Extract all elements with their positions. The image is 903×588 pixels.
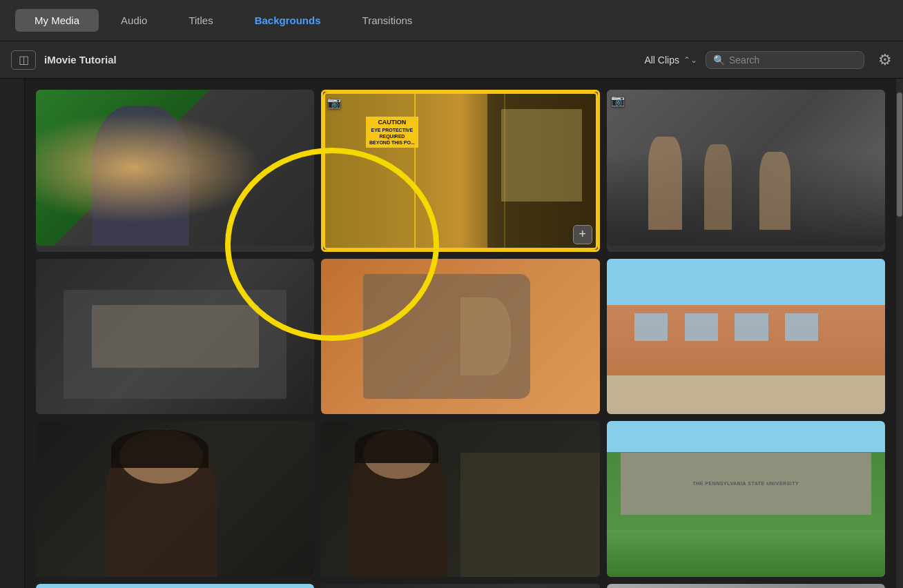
search-box: 🔍: [706, 51, 864, 69]
all-clips-button[interactable]: All Clips ⌃⌄: [644, 55, 697, 66]
media-item-caution-door[interactable]: CAUTION EYE PROTECTIVE REQUIRED BEYOND T…: [321, 90, 599, 252]
media-item-penn-state[interactable]: THE PENNSYLVANIA STATE UNIVERSITY: [607, 421, 885, 577]
tab-backgrounds[interactable]: Backgrounds: [235, 9, 340, 32]
all-clips-label: All Clips: [644, 55, 679, 66]
search-icon: 🔍: [713, 55, 725, 66]
media-grid: CAUTION EYE PROTECTIVE REQUIRED BEYOND T…: [36, 90, 885, 588]
tab-audio[interactable]: Audio: [101, 9, 166, 32]
media-item-bottom2[interactable]: [607, 584, 885, 588]
add-to-timeline-button[interactable]: +: [573, 225, 592, 244]
media-item-metalwork-top[interactable]: [36, 259, 314, 415]
media-grid-area: CAUTION EYE PROTECTIVE REQUIRED BEYOND T…: [25, 79, 896, 588]
main-area: CAUTION EYE PROTECTIVE REQUIRED BEYOND T…: [0, 79, 903, 588]
camera-icon: 📷: [611, 94, 625, 107]
tab-titles[interactable]: Titles: [169, 9, 232, 32]
media-item-green-screen[interactable]: [36, 90, 314, 252]
scrollbar[interactable]: [896, 79, 903, 588]
media-item-woman-factory[interactable]: [321, 421, 599, 577]
media-item-workers[interactable]: 📷: [607, 90, 885, 252]
sidebar-toggle-icon: ◫: [19, 53, 29, 66]
scrollbar-thumb[interactable]: [897, 92, 902, 217]
chevron-icon: ⌃⌄: [683, 55, 697, 65]
media-item-woman-interview[interactable]: [36, 421, 314, 577]
left-sidebar: [0, 79, 25, 588]
library-title: iMovie Tutorial: [44, 54, 117, 66]
sidebar-toggle-button[interactable]: ◫: [11, 50, 36, 70]
media-item-bottom1[interactable]: [321, 584, 599, 588]
gear-icon: ⚙: [878, 51, 892, 68]
tab-my-media[interactable]: My Media: [15, 9, 99, 32]
media-item-brick-building[interactable]: [607, 259, 885, 415]
search-input[interactable]: [729, 55, 857, 66]
toolbar: ◫ iMovie Tutorial All Clips ⌃⌄ 🔍 ⚙: [0, 41, 903, 79]
media-item-campus[interactable]: [36, 584, 314, 588]
caution-sign: CAUTION EYE PROTECTIVE REQUIRED BEYOND T…: [366, 117, 418, 148]
settings-button[interactable]: ⚙: [878, 51, 892, 69]
camera-icon: 📷: [327, 96, 341, 109]
media-item-pewter-mug[interactable]: [321, 259, 599, 415]
tab-transitions[interactable]: Transitions: [343, 9, 432, 32]
top-navigation: My Media Audio Titles Backgrounds Transi…: [0, 0, 903, 41]
